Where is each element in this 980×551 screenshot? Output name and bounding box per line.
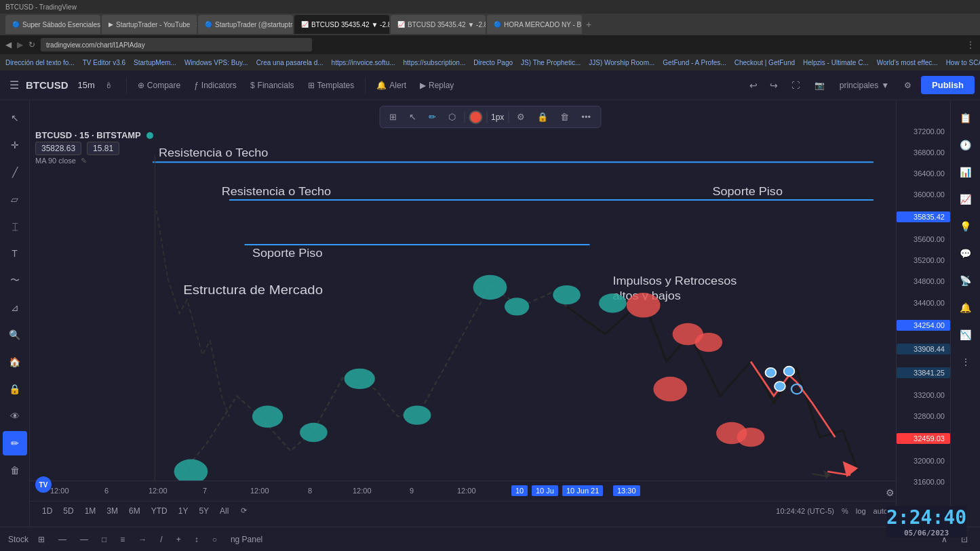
- period-5y[interactable]: 5Y: [195, 505, 213, 517]
- bookmark-1[interactable]: Dirección del texto fo...: [5, 59, 75, 66]
- annotations-tool[interactable]: ⌶: [3, 214, 27, 239]
- period-5d[interactable]: 5D: [59, 505, 77, 517]
- snapshot-button[interactable]: 📷: [809, 78, 830, 93]
- rs-more[interactable]: ⋮: [954, 350, 978, 374]
- draw-line-tool[interactable]: ╱: [3, 160, 27, 184]
- replay-button[interactable]: ▶ Replay: [414, 78, 459, 93]
- bottom-grid[interactable]: ⊞: [34, 533, 49, 546]
- draw-trash[interactable]: 🗑: [556, 109, 573, 125]
- period-ytd[interactable]: YTD: [147, 505, 172, 517]
- bookmark-8[interactable]: Directo Pago: [473, 59, 513, 66]
- shapes-tool[interactable]: ▱: [3, 187, 27, 211]
- period-1y[interactable]: 1Y: [174, 505, 193, 517]
- bottom-updown[interactable]: ↕: [191, 533, 203, 546]
- bookmark-3[interactable]: StartupMem...: [134, 59, 176, 66]
- rs-signals[interactable]: 📡: [954, 268, 978, 293]
- nav-forward[interactable]: ▶: [17, 40, 23, 49]
- bookmark-9[interactable]: JS) The Prophetic...: [521, 59, 581, 66]
- indicators-button[interactable]: ƒ Indicators: [189, 78, 242, 93]
- bookmark-14[interactable]: World's most effec...: [877, 59, 938, 66]
- rs-ideas[interactable]: 💡: [954, 214, 978, 239]
- bookmark-7[interactable]: https://subscription...: [404, 59, 466, 66]
- tab-1[interactable]: 🔵 Super Sábado Esenciales del Tr... ✕: [5, 15, 100, 34]
- alert-button[interactable]: 🔔 Alert: [371, 78, 412, 93]
- draw-lock[interactable]: 🔒: [533, 109, 552, 125]
- tab-6[interactable]: 🔵 HORA MERCADO NY - Buscar... ✕: [487, 15, 582, 34]
- tab-5[interactable]: 📈 BTCUSD 35435.42 ▼ -2.85%... ✕: [391, 15, 486, 34]
- publish-button[interactable]: Publish: [921, 76, 975, 94]
- period-3m[interactable]: 3M: [102, 505, 122, 517]
- bottom-hline[interactable]: —: [54, 533, 71, 546]
- rs-chart2[interactable]: 📈: [954, 187, 978, 211]
- templates-button[interactable]: ⊞ Templates: [302, 78, 360, 93]
- bottom-diagonal[interactable]: /: [156, 533, 166, 546]
- settings-button[interactable]: ⚙: [899, 78, 917, 93]
- draw-cursor[interactable]: ↖: [405, 109, 420, 125]
- draw-more[interactable]: •••: [577, 109, 595, 125]
- patterns-tool[interactable]: 〜: [3, 268, 27, 293]
- text-tool[interactable]: T: [3, 241, 27, 266]
- zoom-tool[interactable]: 🔍: [3, 323, 27, 347]
- rs-alert[interactable]: 🔔: [954, 295, 978, 320]
- tab-2[interactable]: ▶ StartupTrader - YouTube ✕: [102, 15, 197, 34]
- period-1d[interactable]: 1D: [38, 505, 56, 517]
- fullscreen-button[interactable]: ⛶: [786, 78, 805, 93]
- log-label[interactable]: log: [856, 507, 866, 515]
- financials-button[interactable]: $ Financials: [245, 78, 300, 93]
- auto-label[interactable]: auto: [874, 507, 888, 515]
- measure-tool[interactable]: ⊿: [3, 295, 27, 320]
- magnet-tool[interactable]: 🏠: [3, 350, 27, 374]
- color-picker[interactable]: [469, 110, 482, 124]
- period-6m[interactable]: 6M: [125, 505, 144, 517]
- menu-button[interactable]: ☰: [5, 76, 23, 94]
- bottom-rect[interactable]: □: [98, 533, 111, 546]
- tab-3[interactable]: 🔵 StartupTrader (@startuptrader... ✕: [198, 15, 293, 34]
- bookmark-6[interactable]: https://invoice.softu...: [332, 59, 395, 66]
- tab-4-active[interactable]: 📈 BTCUSD 35435.42 ▼ -2.85%... ✕: [294, 15, 389, 34]
- address-input[interactable]: [41, 38, 312, 52]
- draw-magnet[interactable]: ⊞: [385, 109, 401, 125]
- undo-button[interactable]: ↩: [745, 77, 762, 94]
- chart-area[interactable]: ⊞ ↖ ✏ ⬡ 1px ⚙ 🔒 🗑 ••• BTCUSD · 15 · BITS…: [30, 100, 950, 527]
- visibility-tool[interactable]: 👁: [3, 404, 27, 428]
- bookmark-2[interactable]: TV Editor v3.6: [83, 59, 125, 66]
- bottom-circle[interactable]: ○: [208, 533, 221, 546]
- nav-refresh[interactable]: ↻: [28, 40, 35, 49]
- nav-back[interactable]: ◀: [5, 40, 12, 49]
- crosshair-tool[interactable]: ✛: [3, 133, 27, 157]
- compare-button[interactable]: ⊕ Compare: [132, 78, 186, 93]
- chart-settings-icon[interactable]: ⚙: [886, 487, 895, 498]
- rs-calendar[interactable]: 📊: [954, 160, 978, 184]
- lock-tool[interactable]: 🔒: [3, 377, 27, 401]
- principals-dropdown[interactable]: principales ▼: [834, 78, 895, 93]
- timeframe-button[interactable]: 15m: [74, 77, 99, 93]
- bottom-plus[interactable]: +: [172, 533, 185, 546]
- bookmark-12[interactable]: Checkout | GetFund: [734, 59, 795, 66]
- cursor-tool[interactable]: ↖: [3, 106, 27, 130]
- draw-brush[interactable]: ⬡: [444, 109, 460, 125]
- new-tab-button[interactable]: +: [586, 19, 591, 30]
- bookmark-13[interactable]: Helpzis - Ultimate C...: [803, 59, 869, 66]
- draw-pen[interactable]: ✏: [425, 109, 440, 125]
- rs-chat[interactable]: 💬: [954, 241, 978, 266]
- bookmark-11[interactable]: GetFund - A Profes...: [663, 59, 726, 66]
- bookmark-15[interactable]: How to SCAN a...: [946, 59, 980, 66]
- bookmark-10[interactable]: JJS) Worship Room...: [589, 59, 654, 66]
- redo-button[interactable]: ↪: [766, 77, 782, 94]
- extensions-icon[interactable]: ⋮: [966, 40, 975, 49]
- chart-type-icon[interactable]: 🕯: [104, 81, 113, 90]
- rs-screener[interactable]: 📉: [954, 323, 978, 347]
- rs-notes[interactable]: 📋: [954, 106, 978, 130]
- bottom-arrow[interactable]: →: [134, 533, 151, 546]
- rs-clock[interactable]: 🕐: [954, 133, 978, 157]
- bottom-table[interactable]: ≡: [116, 533, 129, 546]
- bottom-panel-btn[interactable]: ng Panel: [227, 533, 267, 546]
- draw-settings[interactable]: ⚙: [513, 109, 529, 125]
- drawing-active-tool[interactable]: ✏: [3, 431, 27, 455]
- bottom-hline2[interactable]: —: [76, 533, 92, 546]
- period-1m[interactable]: 1M: [81, 505, 100, 517]
- bookmark-5[interactable]: Crea una pasarela d...: [256, 59, 324, 66]
- delete-tool[interactable]: 🗑: [3, 458, 27, 483]
- bookmark-4[interactable]: Windows VPS: Buy...: [184, 59, 248, 66]
- period-all[interactable]: All: [216, 505, 233, 517]
